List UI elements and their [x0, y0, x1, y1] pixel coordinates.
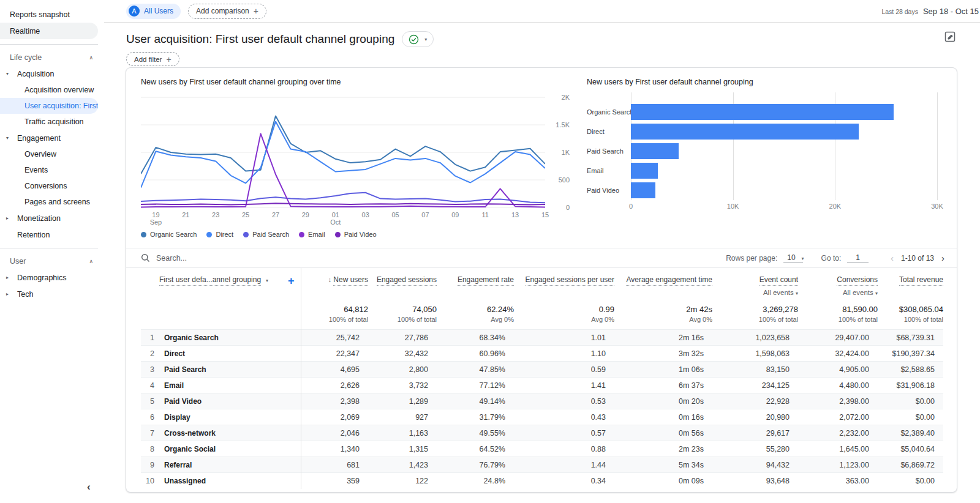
- sidebar-item-acquisition-overview[interactable]: Acquisition overview: [0, 82, 98, 98]
- sidebar-item-conversions[interactable]: Conversions: [0, 178, 98, 194]
- metric-cell: 55,280: [712, 441, 798, 457]
- column-header-label[interactable]: New users: [333, 275, 368, 286]
- bar-row: [631, 181, 937, 200]
- x-axis-tick-label: 15: [541, 211, 549, 218]
- date-range-label: Sep 18 - Oct 15: [923, 7, 979, 16]
- column-header-label[interactable]: Engaged sessions per user: [526, 275, 614, 286]
- metric-cell: 49.14%: [437, 393, 514, 409]
- column-header-label[interactable]: Engaged sessions: [377, 275, 437, 286]
- channel-cell: 9Referral: [141, 457, 301, 473]
- total-subtext: 100% of total: [368, 316, 437, 323]
- metric-cell: 3m 32s: [614, 346, 712, 362]
- metric-cell: 1,423: [368, 457, 437, 473]
- metric-cell: 1.01: [514, 330, 614, 346]
- date-preset-label: Last 28 days: [881, 8, 918, 15]
- metric-cell: 24.8%: [437, 473, 514, 489]
- bar-category-label: Paid Search: [587, 141, 631, 161]
- x-axis-tick-label: 20K: [829, 203, 842, 210]
- next-page-button[interactable]: ›: [938, 253, 948, 263]
- sidebar-section-life-cycle[interactable]: Life cycle ∧: [0, 50, 104, 65]
- search-input[interactable]: [156, 254, 340, 263]
- comparison-bar: A All Users Add comparison + Last 28 day…: [104, 0, 980, 23]
- metric-cell: $0.00: [878, 393, 943, 409]
- totals-cell: 81,590.00100% of total: [798, 296, 878, 330]
- channel-cell: 10Unassigned: [141, 473, 301, 489]
- channel-cell: 3Paid Search: [141, 362, 301, 378]
- report-card: New users by First user default channel …: [126, 67, 957, 493]
- event-count-filter-dropdown[interactable]: All events ▾: [712, 289, 798, 296]
- chevron-up-icon: ∧: [89, 258, 93, 264]
- sidebar-item-realtime[interactable]: Realtime: [0, 23, 98, 39]
- column-header-label[interactable]: Average engagement time: [626, 275, 712, 286]
- collapse-sidebar-button[interactable]: ‹: [87, 481, 91, 493]
- sidebar-section-user[interactable]: User ∧: [0, 253, 104, 269]
- sidebar-item-acquisition[interactable]: ▾ Acquisition: [0, 65, 98, 82]
- metric-cell: 359: [301, 473, 368, 489]
- sidebar-item-demographics[interactable]: ▸ Demographics: [0, 269, 98, 286]
- conversions-filter-dropdown[interactable]: All events ▾: [798, 289, 878, 296]
- sidebar-item-engagement[interactable]: ▾ Engagement: [0, 130, 98, 146]
- caret-expanded-icon: ▾: [6, 71, 17, 76]
- table-row: 2Direct 22,347 32,432 60.96% 1.10 3m 32s…: [141, 346, 943, 362]
- legend-item: Paid Video: [335, 231, 377, 238]
- sidebar-item-user-acquisition[interactable]: User acquisition: First user ...: [0, 98, 98, 114]
- audience-chip-all-users[interactable]: A All Users: [126, 4, 181, 19]
- channel-name: Email: [164, 381, 184, 390]
- dimension-dropdown[interactable]: First user defa...annel grouping: [159, 275, 261, 286]
- bar-row: [631, 122, 937, 141]
- channel-name: Paid Search: [164, 365, 206, 374]
- sidebar-item-label: Retention: [17, 231, 50, 239]
- column-header-engagement-rate: Engagement rate: [437, 268, 514, 296]
- sidebar-item-pages-and-screens[interactable]: Pages and screens: [0, 194, 98, 210]
- add-filter-button[interactable]: Add filter +: [126, 52, 179, 66]
- column-header-label[interactable]: Conversions: [837, 275, 878, 286]
- sidebar-item-reports-snapshot[interactable]: Reports snapshot: [0, 6, 98, 23]
- legend-label: Email: [308, 231, 325, 238]
- add-dimension-button[interactable]: +: [288, 277, 295, 285]
- report-title-row: User acquisition: First user default cha…: [104, 23, 980, 51]
- column-header-engaged-sessions-per-user: Engaged sessions per user: [514, 268, 614, 296]
- metric-cell: 2m 23s: [614, 441, 712, 457]
- date-range-selector[interactable]: Last 28 days Sep 18 - Oct 15: [881, 7, 979, 16]
- sidebar-item-monetization[interactable]: ▸ Monetization: [0, 210, 98, 226]
- rows-per-page-select[interactable]: 10 ▾: [783, 253, 802, 263]
- column-header-label[interactable]: Engagement rate: [458, 275, 514, 286]
- main-content: A All Users Add comparison + Last 28 day…: [104, 0, 980, 66]
- column-header-event-count: Event count All events ▾: [712, 268, 798, 296]
- x-axis-tick-label: 30K: [931, 203, 943, 210]
- channel-name: Direct: [164, 349, 185, 358]
- prev-page-button[interactable]: ‹: [887, 253, 897, 263]
- line-chart-title: New users by First user default channel …: [141, 78, 570, 86]
- audience-avatar: A: [129, 6, 140, 17]
- column-header-label[interactable]: Event count: [760, 275, 798, 286]
- table-totals-row: 64,812100% of total 74,050100% of total …: [141, 296, 943, 330]
- metric-cell: 0.59: [514, 362, 614, 378]
- bar-row: [631, 141, 937, 161]
- column-header-new-users: ↓New users: [301, 268, 368, 296]
- section-title-label: Life cycle: [10, 53, 42, 62]
- total-value: 81,590.00: [798, 305, 878, 314]
- sidebar-item-tech[interactable]: ▸ Tech: [0, 286, 98, 302]
- rows-per-page-label: Rows per page:: [726, 254, 777, 263]
- bar-chart-title: New users by First user default channel …: [587, 78, 942, 86]
- bar-row: [631, 161, 937, 181]
- sidebar-item-traffic-acquisition[interactable]: Traffic acquisition: [0, 114, 98, 130]
- goto-page-input[interactable]: 1: [847, 253, 869, 263]
- sidebar-item-retention[interactable]: Retention: [0, 226, 98, 243]
- audience-label: All Users: [144, 7, 173, 15]
- customize-report-button[interactable]: [944, 31, 957, 45]
- check-circle-icon: [409, 34, 419, 45]
- legend-item: Organic Search: [141, 231, 197, 238]
- line-chart-section: New users by First user default channel …: [141, 78, 570, 248]
- channel-name: Organic Social: [164, 445, 216, 453]
- sidebar-item-events[interactable]: Events: [0, 162, 98, 178]
- caret-collapsed-icon: ▸: [6, 215, 17, 221]
- add-comparison-button[interactable]: Add comparison +: [188, 4, 266, 19]
- y-axis-tick-label: 1.5K: [550, 121, 570, 129]
- sidebar-item-engagement-overview[interactable]: Overview: [0, 146, 98, 162]
- metric-cell: 29,617: [712, 425, 798, 441]
- bar-category-label: Paid Video: [587, 181, 631, 200]
- report-status-dropdown[interactable]: ▾: [402, 31, 434, 47]
- column-header-label[interactable]: Total revenue: [899, 275, 943, 286]
- metric-cell: $2,389.40: [878, 425, 943, 441]
